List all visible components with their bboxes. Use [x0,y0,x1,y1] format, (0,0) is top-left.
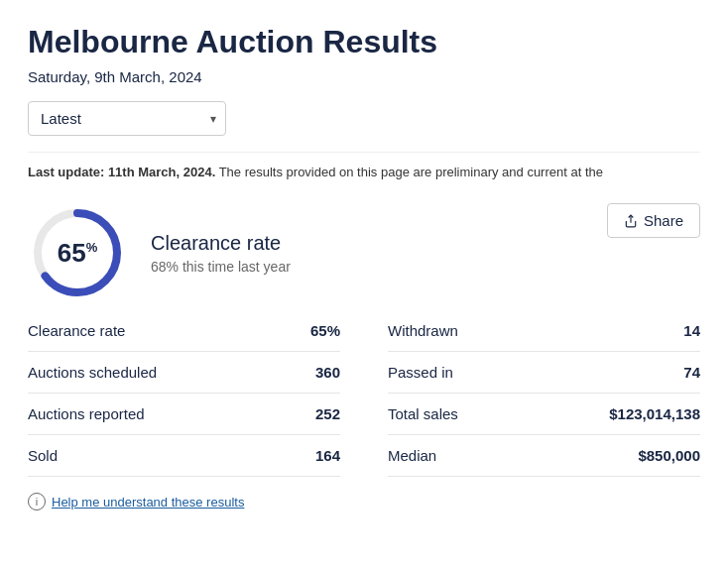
dropdown-container: Latest Previous weeks ▾ [28,101,226,136]
stat-value-median: $850,000 [638,447,700,464]
stat-label-passed-in: Passed in [388,364,453,381]
clearance-section: 65% Clearance rate 68% this time last ye… [28,203,700,302]
stat-row-total-sales: Total sales $123,014,138 [388,394,700,435]
stats-left-column: Clearance rate 65% Auctions scheduled 36… [28,310,340,477]
dropdown-wrapper: Latest Previous weeks ▾ [28,101,700,136]
stat-row-auctions-reported: Auctions reported 252 [28,394,340,435]
stat-value-reported: 252 [315,405,340,422]
help-link[interactable]: Help me understand these results [52,495,244,510]
last-update-label: Last update: 11th March, 2024. [28,165,215,179]
stat-row-auctions-scheduled: Auctions scheduled 360 [28,352,340,394]
clearance-donut: 65% [28,203,127,302]
share-button[interactable]: Share [607,203,700,238]
stat-label-clearance: Clearance rate [28,322,125,339]
stat-value-scheduled: 360 [315,364,340,381]
stats-right-column: Withdrawn 14 Passed in 74 Total sales $1… [388,310,700,477]
help-row: i Help me understand these results [28,493,700,510]
last-update-description: The results provided on this page are pr… [215,165,603,179]
stat-row-sold: Sold 164 [28,435,340,477]
stat-value-total-sales: $123,014,138 [609,405,700,422]
stat-row-clearance-rate: Clearance rate 65% [28,310,340,352]
clearance-last-year: 68% this time last year [151,259,607,275]
stat-value-clearance: 65% [310,322,340,339]
date-dropdown[interactable]: Latest Previous weeks [28,101,226,136]
clearance-info: Clearance rate 68% this time last year [151,232,607,275]
page-subtitle: Saturday, 9th March, 2024 [28,68,700,85]
stats-grid: Clearance rate 65% Auctions scheduled 36… [28,310,700,477]
stat-label-reported: Auctions reported [28,405,145,422]
donut-percent: 65% [58,238,97,268]
stat-label-total-sales: Total sales [388,405,458,422]
stat-value-sold: 164 [315,447,340,464]
share-button-label: Share [644,212,683,229]
clearance-rate-label: Clearance rate [151,232,607,255]
page-title: Melbourne Auction Results [28,24,700,60]
stats-section: Clearance rate 65% Auctions scheduled 36… [28,310,700,477]
stat-label-median: Median [388,447,436,464]
stat-label-sold: Sold [28,447,58,464]
stat-label-scheduled: Auctions scheduled [28,364,157,381]
stat-value-passed-in: 74 [683,364,700,381]
stat-row-median: Median $850,000 [388,435,700,477]
stat-value-withdrawn: 14 [683,322,700,339]
stat-label-withdrawn: Withdrawn [388,322,458,339]
stat-row-withdrawn: Withdrawn 14 [388,310,700,352]
donut-center: 65% [58,240,97,266]
last-update-bar: Last update: 11th March, 2024. The resul… [28,152,700,179]
info-icon: i [28,493,46,510]
stat-row-passed-in: Passed in 74 [388,352,700,394]
share-icon [624,214,638,228]
